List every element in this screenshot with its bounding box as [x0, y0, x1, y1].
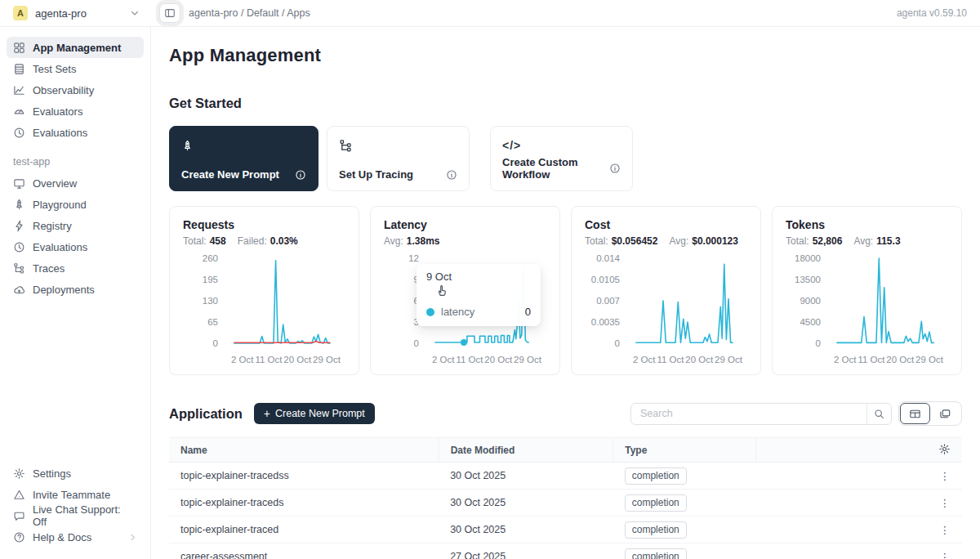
tokens-chart[interactable]	[834, 258, 940, 343]
table-view-button[interactable]	[900, 403, 930, 424]
sidebar-item-evaluations[interactable]: Evaluations	[7, 122, 144, 143]
sidebar-footer-item-live-chat-support-off[interactable]: Live Chat Support: Off	[7, 505, 144, 526]
topbar: A agenta-pro agenta-pro / Default / Apps…	[0, 0, 980, 27]
sidebar-footer-item-help-docs[interactable]: Help & Docs	[7, 526, 144, 548]
metric-label: Failed:	[238, 235, 267, 247]
stat-card-title: Latency	[384, 218, 546, 231]
kebab-icon: ⋮	[940, 552, 951, 559]
get-started-card-create-new-prompt[interactable]: Create New Prompt	[169, 126, 318, 191]
table-row[interactable]: career-assessment27 Oct 2025completion⋮	[169, 543, 962, 559]
evaluations-icon	[13, 127, 25, 139]
app-date-modified: 30 Oct 2025	[439, 463, 613, 490]
get-started-heading: Get Started	[169, 96, 962, 111]
info-icon[interactable]	[446, 169, 457, 181]
rocket-icon	[13, 199, 25, 211]
create-new-prompt-button[interactable]: + Create New Prompt	[254, 403, 375, 424]
stat-card-latency: LatencyAvg:1.38ms1296302 Oct11 Oct20 Oct…	[370, 206, 560, 375]
application-heading: Application	[169, 406, 243, 422]
sidebar-app-item-overview[interactable]: Overview	[7, 172, 144, 194]
app-name: career-assessment	[169, 543, 439, 559]
registry-icon	[13, 220, 25, 232]
sidebar-item-label: Observability	[33, 84, 94, 96]
code-icon: </>	[502, 136, 621, 154]
metric-value: 0.03%	[270, 235, 298, 247]
app-name: topic-explainer-traceds	[169, 490, 439, 517]
sidebar-footer-item-invite-teammate[interactable]: Invite Teammate	[7, 484, 144, 505]
requests-chart[interactable]	[231, 258, 337, 343]
sidebar-item-label: App Management	[33, 42, 121, 54]
app-date-modified: 30 Oct 2025	[439, 490, 613, 517]
column-settings-button[interactable]	[756, 438, 963, 463]
search-input[interactable]	[631, 404, 866, 424]
sidebar-item-observability[interactable]: Observability	[7, 79, 144, 101]
sidebar-item-app-management[interactable]: App Management	[7, 37, 144, 58]
type-badge: completion	[625, 548, 687, 559]
sidebar-app-item-evaluations[interactable]: Evaluations	[7, 236, 144, 257]
card-label: Set Up Tracing	[339, 168, 413, 181]
sidebar: App ManagementTest SetsObservabilityEval…	[0, 27, 151, 559]
stat-card-title: Cost	[585, 218, 747, 231]
sidebar-item-label: Registry	[33, 220, 72, 232]
sidebar-item-label: Playground	[33, 199, 87, 211]
get-started-card-set-up-tracing[interactable]: Set Up Tracing	[327, 126, 470, 191]
applications-table: NameDate ModifiedType topic-explainer-tr…	[169, 437, 962, 559]
sidebar-app-item-traces[interactable]: Traces	[7, 257, 144, 279]
sidebar-item-label: Live Chat Support: Off	[33, 503, 137, 528]
search-button[interactable]	[866, 404, 891, 424]
y-axis-ticks: 1800013500900045000	[786, 253, 834, 348]
sidebar-item-label: Help & Docs	[33, 531, 91, 543]
app-date-modified: 27 Oct 2025	[439, 543, 613, 559]
sidebar-item-label: Settings	[33, 467, 71, 480]
sidebar-footer-item-settings[interactable]: Settings	[7, 463, 144, 484]
table-row[interactable]: topic-explainer-traced30 Oct 2025complet…	[169, 517, 962, 543]
help-icon	[13, 531, 25, 543]
series-dot	[426, 308, 434, 316]
row-menu-button[interactable]: ⋮	[756, 517, 963, 543]
sidebar-app-item-deployments[interactable]: Deployments	[7, 279, 144, 300]
sidebar-app-item-playground[interactable]: Playground	[7, 194, 144, 215]
get-started-card-create-custom-workflow[interactable]: </>Create Custom Workflow	[490, 126, 633, 191]
table-view-icon	[909, 408, 921, 420]
metric-value: 1.38ms	[407, 235, 440, 247]
table-row[interactable]: topic-explainer-traceds30 Oct 2025comple…	[169, 490, 962, 517]
plus-icon: +	[264, 408, 270, 419]
row-menu-button[interactable]: ⋮	[756, 490, 963, 517]
cursor-pointer-icon	[434, 284, 531, 297]
workspace-name: agenta-pro	[35, 7, 87, 20]
sidebar-app-item-registry[interactable]: Registry	[7, 215, 144, 236]
row-menu-button[interactable]: ⋮	[756, 463, 963, 490]
test-sets-icon	[13, 63, 25, 75]
sidebar-item-label: Overview	[33, 177, 77, 190]
sidebar-footer-nav: SettingsInvite TeammateLive Chat Support…	[7, 463, 144, 548]
cost-chart[interactable]	[633, 258, 739, 343]
stat-cards: RequestsTotal:458Failed:0.03%26019513065…	[169, 206, 962, 375]
card-view-button[interactable]	[930, 403, 960, 424]
workspace-selector[interactable]: A agenta-pro	[0, 6, 151, 20]
x-axis-ticks: 2 Oct11 Oct20 Oct29 Oct	[432, 355, 541, 364]
grid-icon	[13, 42, 25, 54]
metric-label: Avg:	[669, 235, 688, 247]
sidebar-toggle-button[interactable]	[159, 3, 180, 23]
x-axis-ticks: 2 Oct11 Oct20 Oct29 Oct	[231, 355, 341, 364]
sidebar-item-label: Evaluations	[33, 127, 87, 139]
workspace-avatar: A	[13, 6, 28, 20]
page-title: App Management	[169, 45, 962, 66]
chat-icon	[13, 510, 25, 522]
rocket-icon	[181, 136, 306, 154]
table-row[interactable]: topic-explainer-tracedss30 Oct 2025compl…	[169, 463, 962, 490]
info-icon[interactable]	[295, 169, 306, 181]
sidebar-item-label: Test Sets	[33, 63, 76, 75]
metric-value: 458	[210, 235, 226, 247]
sidebar-section-label: test-app	[13, 156, 144, 168]
observability-icon	[13, 84, 25, 96]
metric-value: 52,806	[813, 235, 843, 247]
breadcrumb[interactable]: agenta-pro / Default / Apps	[189, 7, 310, 19]
type-badge: completion	[625, 467, 687, 485]
app-name: topic-explainer-tracedss	[169, 463, 439, 490]
stat-card-metrics: Total:52,806Avg:115.3	[786, 235, 948, 247]
sidebar-item-test-sets[interactable]: Test Sets	[7, 58, 144, 79]
row-menu-button[interactable]: ⋮	[756, 543, 963, 559]
info-icon[interactable]	[609, 163, 621, 174]
x-axis-ticks: 2 Oct11 Oct20 Oct29 Oct	[633, 355, 742, 364]
sidebar-item-evaluators[interactable]: Evaluators	[7, 101, 144, 122]
